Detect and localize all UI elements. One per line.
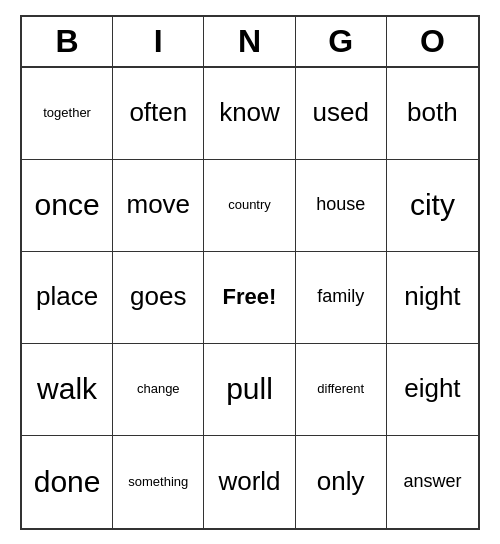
cell-text: know	[219, 97, 280, 128]
bingo-cell: used	[296, 68, 387, 160]
cell-text: something	[128, 474, 188, 490]
cell-text: different	[317, 381, 364, 397]
cell-text: eight	[404, 373, 460, 404]
bingo-cell: Free!	[204, 252, 295, 344]
header-letter: O	[387, 17, 478, 66]
bingo-cell: place	[22, 252, 113, 344]
bingo-cell: goes	[113, 252, 204, 344]
bingo-cell: city	[387, 160, 478, 252]
bingo-cell: house	[296, 160, 387, 252]
cell-text: goes	[130, 281, 186, 312]
bingo-cell: walk	[22, 344, 113, 436]
bingo-cell: once	[22, 160, 113, 252]
cell-text: world	[218, 466, 280, 497]
cell-text: together	[43, 105, 91, 121]
bingo-cell: know	[204, 68, 295, 160]
cell-text: answer	[403, 471, 461, 493]
cell-text: often	[129, 97, 187, 128]
bingo-cell: pull	[204, 344, 295, 436]
cell-text: once	[35, 187, 100, 223]
bingo-cell: country	[204, 160, 295, 252]
bingo-cell: change	[113, 344, 204, 436]
bingo-header: BINGO	[22, 17, 478, 68]
bingo-cell: both	[387, 68, 478, 160]
bingo-card: BINGO togetheroftenknowusedbothoncemovec…	[20, 15, 480, 530]
cell-text: change	[137, 381, 180, 397]
bingo-cell: different	[296, 344, 387, 436]
bingo-cell: only	[296, 436, 387, 528]
bingo-cell: something	[113, 436, 204, 528]
cell-text: house	[316, 194, 365, 216]
cell-text: both	[407, 97, 458, 128]
cell-text: night	[404, 281, 460, 312]
header-letter: G	[296, 17, 387, 66]
cell-text: pull	[226, 371, 273, 407]
cell-text: done	[34, 464, 101, 500]
header-letter: I	[113, 17, 204, 66]
bingo-cell: eight	[387, 344, 478, 436]
cell-text: walk	[37, 371, 97, 407]
bingo-cell: often	[113, 68, 204, 160]
bingo-cell: move	[113, 160, 204, 252]
bingo-grid: togetheroftenknowusedbothoncemovecountry…	[22, 68, 478, 528]
cell-text: family	[317, 286, 364, 308]
cell-text: place	[36, 281, 98, 312]
bingo-cell: done	[22, 436, 113, 528]
bingo-cell: answer	[387, 436, 478, 528]
cell-text: city	[410, 187, 455, 223]
header-letter: N	[204, 17, 295, 66]
header-letter: B	[22, 17, 113, 66]
bingo-cell: together	[22, 68, 113, 160]
cell-text: only	[317, 466, 365, 497]
bingo-cell: world	[204, 436, 295, 528]
bingo-cell: night	[387, 252, 478, 344]
bingo-cell: family	[296, 252, 387, 344]
cell-text: move	[127, 189, 191, 220]
cell-text: Free!	[223, 284, 277, 310]
cell-text: used	[313, 97, 369, 128]
cell-text: country	[228, 197, 271, 213]
